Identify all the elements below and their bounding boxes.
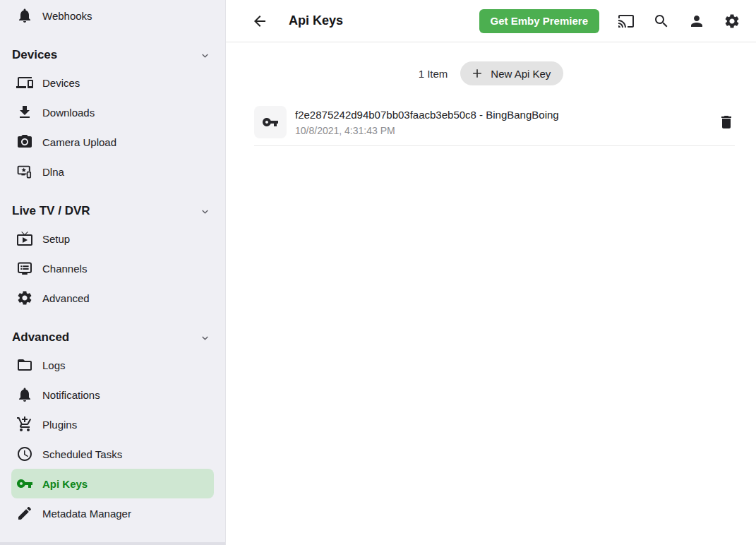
- chevron-down-icon: [200, 50, 210, 61]
- api-key-name: f2e2875242d94b07bb03faacb3eb50c8 - BingB…: [295, 107, 559, 122]
- live-tv-icon: [16, 230, 33, 247]
- sidebar-item-label: Dlna: [42, 166, 64, 178]
- top-bar: Api Keys Get Emby Premiere: [226, 0, 756, 42]
- section-title: Devices: [12, 48, 57, 62]
- count-row: 1 Item New Api Key: [226, 61, 756, 85]
- get-emby-premiere-button[interactable]: Get Emby Premiere: [479, 9, 599, 33]
- trash-icon[interactable]: [718, 114, 735, 131]
- back-arrow-icon[interactable]: [251, 13, 268, 30]
- sidebar: Webhooks Devices Devices Downloads Camer…: [0, 0, 226, 545]
- sidebar-item-label: Setup: [42, 233, 70, 245]
- sidebar-item-label: Advanced: [42, 292, 90, 304]
- page-title: Api Keys: [289, 13, 343, 28]
- sidebar-item-label: Notifications: [42, 389, 100, 401]
- clock-icon: [16, 445, 33, 462]
- sidebar-item-label: Scheduled Tasks: [42, 448, 122, 460]
- sidebar-item-label: Camera Upload: [42, 136, 116, 148]
- key-icon: [262, 114, 279, 131]
- chevron-down-icon: [200, 206, 210, 217]
- new-api-key-button[interactable]: New Api Key: [460, 61, 563, 85]
- devices-icon: [16, 74, 33, 91]
- sidebar-item-logs[interactable]: Logs: [0, 350, 225, 380]
- sidebar-item-label: Logs: [42, 359, 66, 371]
- api-key-list: f2e2875242d94b07bb03faacb3eb50c8 - BingB…: [254, 106, 735, 146]
- main-area: Api Keys Get Emby Premiere 1 Item: [226, 0, 756, 545]
- sidebar-item-label: Webhooks: [42, 10, 92, 22]
- bell-icon: [16, 7, 33, 24]
- sidebar-item-scheduled-tasks[interactable]: Scheduled Tasks: [0, 439, 225, 469]
- sidebar-section-live-tv-dvr[interactable]: Live TV / DVR: [0, 198, 225, 224]
- sidebar-item-notifications[interactable]: Notifications: [0, 380, 225, 409]
- download-icon: [16, 104, 33, 121]
- chevron-down-icon: [200, 333, 210, 343]
- user-icon[interactable]: [688, 13, 705, 30]
- sidebar-section-advanced[interactable]: Advanced: [0, 325, 225, 350]
- sidebar-item-setup[interactable]: Setup: [0, 224, 225, 253]
- camera-icon: [16, 133, 33, 150]
- key-icon: [16, 475, 33, 492]
- sidebar-item-label: Metadata Manager: [42, 508, 131, 520]
- section-title: Advanced: [12, 330, 69, 345]
- sidebar-item-camera-upload[interactable]: Camera Upload: [0, 127, 225, 157]
- channels-icon: [16, 260, 33, 277]
- sidebar-item-webhooks[interactable]: Webhooks: [0, 1, 225, 30]
- api-key-date: 10/8/2021, 4:31:43 PM: [295, 124, 559, 138]
- sidebar-item-label: Api Keys: [42, 478, 88, 490]
- sidebar-item-channels[interactable]: Channels: [0, 253, 225, 283]
- bell-icon: [16, 386, 33, 403]
- section-title: Live TV / DVR: [12, 204, 90, 218]
- folder-icon: [16, 357, 33, 373]
- sidebar-item-devices[interactable]: Devices: [0, 68, 225, 97]
- dlna-icon: [16, 163, 33, 180]
- sidebar-item-plugins[interactable]: Plugins: [0, 409, 225, 439]
- gear-icon: [16, 289, 33, 306]
- sidebar-item-api-keys[interactable]: Api Keys: [11, 469, 214, 498]
- sidebar-item-advanced-livetv[interactable]: Advanced: [0, 283, 225, 313]
- content-area: 1 Item New Api Key f2e2875242d94b07bb03f…: [226, 42, 756, 545]
- sidebar-item-metadata-manager[interactable]: Metadata Manager: [0, 498, 225, 528]
- search-icon[interactable]: [653, 13, 670, 30]
- pencil-icon: [16, 505, 33, 522]
- sidebar-item-dlna[interactable]: Dlna: [0, 157, 225, 186]
- sidebar-item-downloads[interactable]: Downloads: [0, 97, 225, 127]
- api-key-row[interactable]: f2e2875242d94b07bb03faacb3eb50c8 - BingB…: [254, 106, 735, 146]
- sidebar-item-label: Plugins: [42, 419, 77, 431]
- api-key-text: f2e2875242d94b07bb03faacb3eb50c8 - BingB…: [295, 107, 559, 138]
- sidebar-item-label: Channels: [42, 263, 87, 275]
- cast-icon[interactable]: [618, 13, 635, 30]
- gear-icon[interactable]: [724, 13, 740, 30]
- sidebar-section-devices[interactable]: Devices: [0, 42, 225, 68]
- cart-plus-icon: [16, 416, 33, 433]
- item-count-label: 1 Item: [419, 68, 448, 80]
- sidebar-item-label: Devices: [42, 77, 80, 89]
- key-icon-box: [254, 106, 287, 138]
- new-api-key-label: New Api Key: [491, 68, 551, 80]
- sidebar-item-label: Downloads: [42, 107, 95, 119]
- top-bar-actions: Get Emby Premiere: [479, 9, 740, 33]
- plus-icon: [470, 66, 484, 80]
